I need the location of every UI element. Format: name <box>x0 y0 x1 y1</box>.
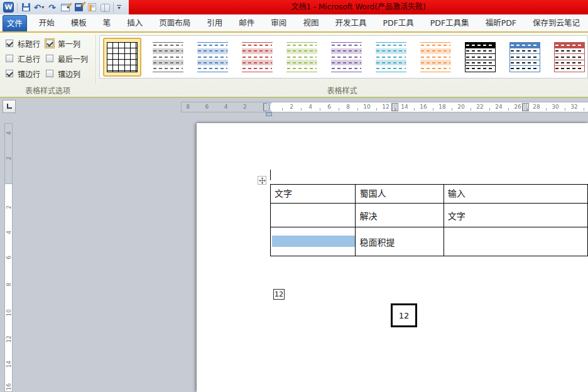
table-cell[interactable]: 解决 <box>356 204 444 227</box>
ruler-tick <box>527 108 528 111</box>
book-icon[interactable] <box>100 3 110 13</box>
dash-line <box>421 57 450 58</box>
left-indent-marker[interactable] <box>266 112 272 116</box>
dash-line <box>153 57 183 58</box>
style-thumbnail <box>509 42 540 72</box>
table-styles-gallery <box>99 35 588 79</box>
tab-引用[interactable]: 引用 <box>199 14 231 31</box>
hanging-indent-marker[interactable] <box>266 107 272 112</box>
table-style-light-shading-green[interactable] <box>284 40 320 75</box>
group-label: 表格样式 <box>96 85 588 95</box>
style-row <box>510 65 540 71</box>
checkbox[interactable] <box>6 70 13 77</box>
style-row <box>331 48 362 54</box>
tab-笔[interactable]: 笔 <box>95 14 119 31</box>
table-cell[interactable] <box>444 227 587 256</box>
first-line-indent-marker[interactable] <box>266 102 272 107</box>
tab-邮件[interactable]: 邮件 <box>231 14 263 31</box>
table-style-options-group: 标题行第一列汇总行最后一列镶边行镶边列 表格样式选项 <box>0 33 95 97</box>
draw-table-icon[interactable] <box>60 3 70 13</box>
table-style-grid-table-black[interactable] <box>462 40 498 75</box>
vertical-ruler[interactable]: 42246810121416 <box>4 123 13 392</box>
tab-PDF工具集[interactable]: PDF工具集 <box>422 14 477 31</box>
checkbox[interactable] <box>46 70 53 77</box>
horizontal-ruler[interactable]: 8642246810121416182022242628303234 <box>181 102 588 112</box>
qat-customize-icon[interactable]: ▾ <box>117 5 121 10</box>
ruler-number: 12 <box>6 335 12 342</box>
style-thumbnail <box>376 42 406 72</box>
table-style-light-shading-purple[interactable] <box>329 40 364 75</box>
table-cell[interactable]: 蜀国人 <box>356 185 444 204</box>
tab-插入[interactable]: 插入 <box>119 14 151 31</box>
large-number-box[interactable]: 12 <box>391 303 417 327</box>
small-number-box[interactable]: 12 <box>273 289 285 300</box>
dash-line <box>287 57 317 58</box>
table-style-grid-table-red[interactable] <box>552 40 587 75</box>
table-cell[interactable]: 文字 <box>271 185 356 204</box>
tab-保存到云笔记[interactable]: 保存到云笔记 <box>525 14 588 31</box>
save-icon[interactable] <box>21 3 31 13</box>
checkbox[interactable] <box>6 55 13 62</box>
table-style-light-shading-red[interactable] <box>239 40 275 75</box>
style-row <box>420 48 451 54</box>
dash-line <box>242 45 272 46</box>
table-style-grid-table-blue[interactable] <box>507 40 543 75</box>
redo-icon[interactable]: ↷ <box>47 3 57 13</box>
checkbox[interactable] <box>46 55 53 62</box>
undo-icon[interactable]: ↶▾ <box>34 3 44 13</box>
document-page[interactable]: 文字蜀国人输入解决文字稳面积提 12 12 <box>197 123 588 392</box>
table-style-light-shading-blue[interactable] <box>195 40 231 75</box>
style-option-镶边行[interactable]: 镶边行 <box>4 68 45 79</box>
table-style-light-shading-black[interactable] <box>150 40 186 75</box>
ruler-number: 30 <box>552 104 558 110</box>
checkbox-grid: 标题行第一列汇总行最后一列镶边行镶边列 <box>4 36 95 81</box>
ruler-number: 4 <box>308 104 312 110</box>
style-row <box>466 65 495 71</box>
tab-模板[interactable]: 模板 <box>63 14 95 31</box>
table-style-light-shading-teal[interactable] <box>373 40 409 75</box>
tab-视图[interactable]: 视图 <box>295 14 327 31</box>
checkbox[interactable] <box>6 40 13 47</box>
style-option-汇总行[interactable]: 汇总行 <box>4 53 45 64</box>
style-row <box>555 53 584 59</box>
tab-福昕PDF[interactable]: 福昕PDF <box>477 14 525 31</box>
table-column-marker[interactable] <box>522 103 529 111</box>
table-cell[interactable] <box>271 227 356 256</box>
table-move-handle[interactable] <box>258 176 266 185</box>
style-row <box>376 60 406 65</box>
tab-stop-selector[interactable] <box>3 100 16 113</box>
tab-审阅[interactable]: 审阅 <box>263 14 295 31</box>
style-row <box>331 65 362 71</box>
ruler-number: 4 <box>6 131 12 135</box>
table-style-table-grid[interactable] <box>103 38 141 77</box>
table-cell[interactable]: 稳面积提 <box>356 227 444 256</box>
tab-file[interactable]: 文件 <box>3 15 27 31</box>
dash-line <box>466 57 494 58</box>
tab-开发工具[interactable]: 开发工具 <box>327 14 374 31</box>
word-logo[interactable]: W <box>3 2 14 13</box>
style-row <box>197 60 228 65</box>
tab-PDF工具[interactable]: PDF工具 <box>374 14 422 31</box>
table-cell[interactable]: 文字 <box>444 204 587 227</box>
checkbox-label: 镶边行 <box>18 68 40 79</box>
style-thumbnail <box>153 42 183 72</box>
style-row <box>376 48 406 54</box>
style-option-最后一列[interactable]: 最后一列 <box>45 53 95 64</box>
save-table-icon[interactable] <box>74 3 84 13</box>
tab-页面布局[interactable]: 页面布局 <box>151 14 199 31</box>
style-option-标题行[interactable]: 标题行 <box>4 38 45 49</box>
table-cell[interactable]: 输入 <box>444 185 587 204</box>
style-row <box>331 54 362 60</box>
tab-开始[interactable]: 开始 <box>31 14 63 31</box>
table-style-light-shading-orange[interactable] <box>418 40 454 75</box>
checkbox[interactable] <box>46 40 53 47</box>
table-cell[interactable] <box>271 204 356 227</box>
undo-dropdown-icon[interactable]: ▾ <box>41 4 44 10</box>
page-layout-icon[interactable] <box>87 3 97 13</box>
style-option-第一列[interactable]: 第一列 <box>45 38 95 49</box>
dash-line <box>332 62 361 63</box>
style-row <box>420 60 451 65</box>
ruler-number: 6 <box>327 104 331 110</box>
style-option-镶边列[interactable]: 镶边列 <box>45 68 95 79</box>
document-table: 文字蜀国人输入解决文字稳面积提 <box>270 184 588 256</box>
